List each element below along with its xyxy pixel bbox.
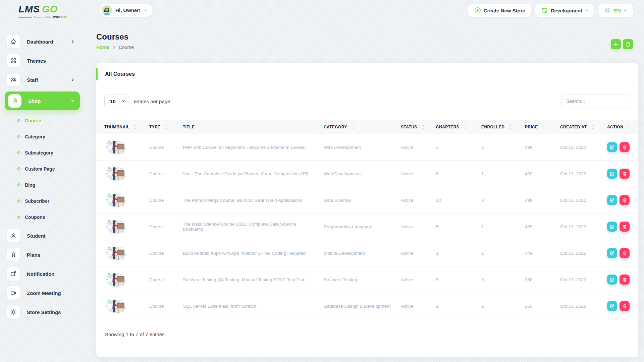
delete-button[interactable] [620,169,630,179]
column-header[interactable]: CHAPTERS [436,125,481,129]
table-row: Course PHP with Laravel for beginners - … [96,134,638,161]
sidebar-item-themes[interactable]: Themes [7,53,80,68]
export-button[interactable] [623,39,633,49]
column-header[interactable]: ACTION [607,125,630,129]
sort-icon[interactable] [314,125,316,129]
app-logo[interactable]: LMS GO Powered By WORKDO [18,4,69,19]
course-thumbnail[interactable] [104,245,127,260]
sort-icon[interactable] [591,125,594,129]
course-status: Active [401,224,436,229]
sidebar-item-store-settings[interactable]: Store Settings [7,305,80,319]
course-category: Web Development [324,145,401,150]
sort-icon[interactable] [628,125,630,129]
edit-button[interactable] [607,169,617,179]
user-menu[interactable]: Hi, Owner! [100,4,153,17]
sort-icon[interactable] [509,125,512,129]
create-new-store-button[interactable]: Create New Store [468,4,531,17]
course-title: Vue - The Complete Guide (w/ Router, Vue… [183,171,324,176]
sidebar-item-dashboard[interactable]: Dashboard [7,34,80,49]
delete-button[interactable] [620,222,630,232]
sort-icon[interactable] [134,125,137,129]
delete-button[interactable] [620,195,630,205]
sort-icon[interactable] [352,125,355,129]
sidebar-subitem-blog[interactable]: Blog [17,180,84,190]
logo-text-lms: LMS [18,4,40,15]
sort-icon[interactable] [165,125,168,129]
course-thumbnail[interactable] [104,192,127,207]
sidebar-item-shop[interactable]: Shop [5,92,80,110]
course-price: 499 [525,145,560,150]
column-header[interactable]: STATUS [401,125,436,129]
home-icon [7,35,20,48]
add-course-button[interactable] [611,39,621,49]
sidebar-subitem-subscriber[interactable]: Subscriber [17,196,84,206]
sort-icon[interactable] [422,125,425,129]
sidebar-item-notification[interactable]: Notification [7,266,80,281]
card-title: All Courses [105,71,135,77]
course-category: Data Science [324,198,401,203]
edit-button[interactable] [607,248,617,258]
course-category: Programming Language [324,224,401,229]
sidebar-item-staff[interactable]: Staff [7,72,80,87]
notification-icon [7,267,20,281]
course-type: Course [149,145,183,150]
course-title: PHP with Laravel for beginners - Become … [183,145,324,150]
sidebar-item-zoom-meeting[interactable]: Zoom Meeting [7,286,80,300]
course-thumbnail[interactable] [104,298,127,313]
chevron-down-icon [144,9,147,12]
all-courses-card: All Courses 10 entries per page THUMBNAI… [96,63,638,357]
edit-button[interactable] [607,222,617,232]
sidebar-subitem-course[interactable]: Course [17,116,84,126]
course-status: Active [401,198,436,203]
column-header[interactable]: CATEGORY [324,125,401,129]
edit-button[interactable] [607,301,617,311]
sidebar-subitem-subcategory[interactable]: Subcategory [17,148,84,158]
sidebar-subitem-category[interactable]: Category [17,132,84,142]
store-selector[interactable]: Development [535,4,594,17]
delete-button[interactable] [620,248,630,258]
course-created-at: Oct 13, 2022 [560,251,607,256]
column-header[interactable]: ENROLLED [481,125,525,129]
sidebar-subitem-custom-page[interactable]: Custom Page [17,164,84,174]
delete-button[interactable] [620,275,630,285]
edit-pencil-icon [610,224,615,229]
edit-button[interactable] [607,275,617,285]
video-camera-icon [7,286,20,300]
breadcrumb-home-link[interactable]: Home [96,45,109,50]
table-header-row: THUMBNAIL TYPE TITLE CATEGORY STATUS CHA… [96,120,638,134]
sort-icon[interactable] [464,125,467,129]
sidebar-subitem-coupons[interactable]: Coupons [17,212,84,222]
column-header[interactable]: TITLE [183,125,324,129]
course-thumbnail[interactable] [104,272,127,287]
course-thumbnail[interactable] [104,139,127,155]
course-enrolled: 1 [481,304,525,309]
column-header[interactable]: PRICE [525,125,560,129]
delete-button[interactable] [620,142,630,152]
course-chapters: 6 [436,171,481,176]
column-header[interactable]: CREATED AT [560,125,607,129]
sidebar-item-plans[interactable]: Plans [7,247,80,262]
course-chapters: 1 [436,304,481,309]
column-header[interactable]: THUMBNAIL [104,125,149,129]
trash-icon [622,251,627,256]
powered-by-brand: WORKDO [53,15,67,19]
sort-icon[interactable] [543,125,545,129]
search-input[interactable] [561,95,630,108]
course-type: Course [149,171,183,176]
delete-button[interactable] [620,301,630,311]
edit-button[interactable] [607,142,617,152]
course-thumbnail[interactable] [104,166,127,181]
edit-button[interactable] [607,195,617,205]
entries-per-page-select[interactable]: 10 [104,95,128,108]
file-export-icon [626,42,631,47]
topbar: LMS GO Powered By WORKDO Hi, Owner! Crea… [0,0,644,21]
language-selector[interactable]: EN [598,4,633,17]
column-header[interactable]: TYPE [149,125,183,129]
breadcrumb: Home Course [96,45,638,50]
sidebar-item-student[interactable]: Student [7,228,80,243]
topbar-actions: Create New Store Development EN [468,4,633,17]
create-new-store-label: Create New Store [484,8,525,13]
course-thumbnail[interactable] [104,219,127,234]
courses-table: THUMBNAIL TYPE TITLE CATEGORY STATUS CHA… [96,120,638,319]
gear-icon [7,305,20,319]
